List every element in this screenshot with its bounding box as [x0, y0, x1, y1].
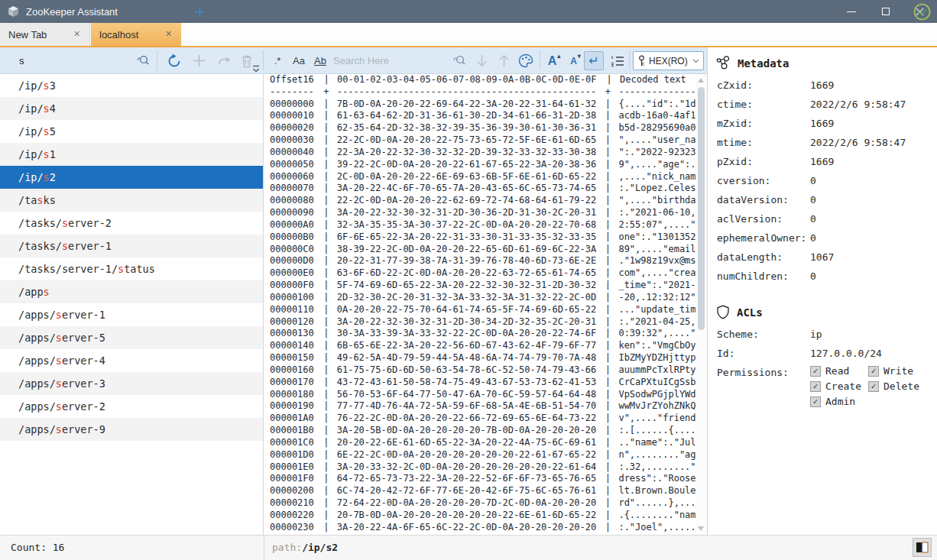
redo-button[interactable] — [213, 51, 235, 70]
tab[interactable]: New Tab — [0, 23, 90, 46]
hex-bytes: 2C-0D-0A-20-20-22-6E-69-63-6B-5F-6E-61-6… — [337, 171, 598, 183]
tree-node-row[interactable]: /tasks/server-2 — [0, 212, 263, 235]
word-wrap-toggle-button[interactable]: ↵ — [584, 51, 604, 70]
find-previous-button[interactable] — [493, 51, 514, 70]
metadata-value: 2022/2/6 9:58:47 — [810, 137, 906, 148]
scrollbar-thumb[interactable] — [698, 87, 705, 330]
tree-node-row[interactable]: /apps/server-5 — [0, 326, 263, 349]
panel-toggle-button[interactable] — [913, 538, 932, 557]
shield-icon — [716, 305, 730, 319]
maximize-button[interactable] — [868, 0, 903, 23]
search-match-text: s — [44, 79, 50, 92]
search-match-text: s — [56, 377, 62, 390]
highlight-color-button[interactable] — [515, 51, 537, 70]
acls-header: ACLs — [708, 296, 937, 325]
acl-row: Scheme: ip — [708, 325, 937, 344]
hex-offset: 00000000 — [270, 99, 316, 111]
hex-decoded-text: ,...."nick_name" — [618, 171, 707, 183]
tree-node-row[interactable]: /apps — [0, 280, 263, 303]
hex-offset: 00000210 — [270, 497, 316, 510]
tree-node-row[interactable]: /ip/s2 — [0, 166, 263, 189]
permission-checkbox[interactable] — [868, 381, 879, 392]
tree-node-row[interactable]: /tasks — [0, 189, 263, 212]
font-increase-label: A — [548, 54, 557, 68]
hex-bytes: 22-3A-20-22-32-30-32-32-2D-39-32-33-32-3… — [337, 147, 598, 159]
permission-checkbox[interactable] — [810, 366, 821, 377]
hex-offset: 000000B0 — [270, 231, 316, 244]
hex-bytes: 3A-20-22-32-30-32-31-2D-30-34-2D-32-35-2… — [337, 316, 598, 329]
new-tab-button[interactable] — [187, 0, 212, 23]
hex-decoded-text: com",...."create — [618, 267, 707, 280]
node-path-text: 2 — [50, 171, 56, 183]
hex-decoded-text: -20,.12:32:12",. — [618, 292, 707, 304]
search-match-text: s — [118, 263, 124, 275]
tree-node-row[interactable]: /ip/s4 — [0, 97, 263, 120]
hex-offset: 00000050 — [270, 159, 316, 171]
tree-node-row[interactable]: /apps/server-4 — [0, 349, 263, 372]
hex-data-row: 000001A0|76-22-2C-0D-0A-20-20-22-66-72-6… — [264, 413, 707, 425]
tree-node-row[interactable]: /apps/server-3 — [0, 372, 263, 395]
hex-data-row: 00000150|49-62-5A-4D-79-59-44-5A-48-6A-7… — [264, 352, 707, 364]
minimize-button[interactable] — [834, 0, 868, 23]
tree-node-row[interactable]: /apps/server-2 — [0, 395, 263, 418]
acls-title: ACLs — [737, 306, 763, 319]
whole-word-toggle-button[interactable]: Ab — [310, 51, 330, 70]
regex-toggle-button[interactable]: .* — [267, 51, 287, 70]
search-filter-icon — [135, 53, 150, 68]
line-numbers-toggle-button[interactable] — [607, 51, 627, 70]
hex-data-row: 00000000|7B-0D-0A-20-20-22-69-64-22-3A-2… — [264, 99, 707, 111]
hex-separator-row: --------+-------------------------------… — [264, 86, 707, 99]
tree-node-row[interactable]: /ip/s1 — [0, 143, 263, 166]
view-mode-dropdown[interactable]: HEX(RO) — [633, 51, 704, 70]
node-path-text: /tasks/ — [18, 240, 62, 252]
permission-name: Read — [825, 365, 849, 377]
permission-checkbox[interactable] — [810, 397, 821, 407]
tab[interactable]: localhost — [91, 23, 181, 46]
hex-offset: 00000190 — [270, 400, 316, 413]
hex-scrollbar[interactable] — [695, 74, 707, 535]
tree-node-row[interactable]: /ip/s5 — [0, 120, 263, 143]
statusbar-divider — [264, 536, 264, 560]
node-path-text: /apps/ — [18, 377, 56, 390]
refresh-button[interactable] — [164, 51, 185, 70]
path-label: path: — [272, 542, 302, 553]
tab-close-icon[interactable] — [71, 28, 83, 40]
app-cube-icon — [7, 5, 20, 18]
tree-node-row[interactable]: /ip/s3 — [0, 74, 263, 97]
tree-node-row[interactable]: /apps/server-9 — [0, 418, 263, 441]
hex-bytes: 22-2C-0D-0A-20-20-22-62-69-72-74-68-64-6… — [337, 195, 598, 207]
tree-node-row[interactable]: /apps/server-1 — [0, 303, 263, 326]
permission-checkbox[interactable] — [868, 366, 879, 377]
node-path-text: 3 — [50, 79, 56, 92]
add-node-button[interactable] — [188, 51, 209, 70]
caret-down-icon: ▾ — [578, 53, 581, 60]
metadata-value: 0 — [810, 213, 816, 225]
search-match-text: s — [44, 125, 50, 138]
toolbar-divider — [157, 50, 157, 70]
hex-offset: 00000040 — [270, 147, 316, 159]
hex-search-button[interactable] — [448, 51, 469, 70]
search-match-text: s — [44, 102, 50, 115]
hex-offset: 00000120 — [270, 316, 316, 329]
hex-search-input[interactable] — [333, 50, 448, 70]
find-next-button[interactable] — [471, 51, 492, 70]
node-path-text: /apps/ — [18, 400, 56, 413]
hex-data-row: 00000170|43-72-43-61-50-58-74-75-49-43-6… — [264, 377, 707, 389]
tab-close-icon[interactable] — [163, 28, 174, 40]
node-path-text: /apps/ — [18, 423, 56, 435]
scroll-down-arrow-icon[interactable] — [698, 526, 704, 531]
hex-bytes: 3A-20-22-4A-6F-65-6C-22-2C-0D-0A-20-20-2… — [337, 522, 598, 534]
tree-node-row[interactable]: /tasks/server-1 — [0, 235, 263, 257]
node-filter-search-button[interactable] — [132, 51, 152, 70]
hex-editor-view[interactable]: Offset16|00-01-02-03-04-05-06-07-08-09-0… — [264, 74, 707, 535]
node-search-input[interactable] — [0, 47, 130, 73]
match-case-toggle-button[interactable]: Aa — [289, 51, 309, 70]
tree-node-row[interactable]: /tasks/server-1/status — [0, 257, 263, 280]
hex-bytes: 6C-74-20-42-72-6F-77-6E-20-42-6F-75-6C-6… — [337, 485, 598, 497]
font-increase-button[interactable]: A▴ — [543, 51, 564, 70]
permission-checkbox[interactable] — [810, 381, 821, 392]
search-match-text: s — [56, 332, 62, 344]
node-tree-panel: /ip/s3 /ip/s4 /ip/s5 /ip/s1 /ip/s2 /task… — [0, 74, 264, 535]
font-decrease-button[interactable]: A▾ — [566, 51, 585, 70]
scroll-up-arrow-icon[interactable] — [698, 78, 704, 83]
